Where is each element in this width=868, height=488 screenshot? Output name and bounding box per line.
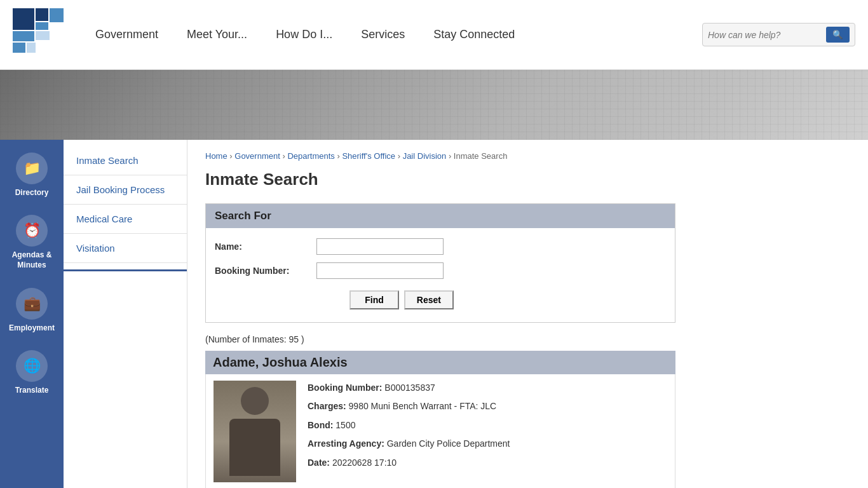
- content-area: Home › Government › Departments › Sherif…: [187, 140, 868, 488]
- reset-button[interactable]: Reset: [404, 290, 454, 309]
- sidebar-item-translate[interactable]: 🌐 Translate: [0, 341, 64, 403]
- search-icon: 🔍: [832, 30, 843, 39]
- booking-label: Booking Number:: [215, 266, 316, 276]
- name-row: Name:: [215, 238, 666, 255]
- svg-rect-0: [13, 8, 34, 30]
- breadcrumb-government[interactable]: Government: [234, 151, 280, 161]
- sidebar-item-agendas[interactable]: ⏰ Agendas & Minutes: [0, 206, 64, 279]
- name-input[interactable]: [316, 238, 444, 255]
- form-buttons: Find Reset: [215, 287, 454, 312]
- sidebar-item-directory[interactable]: 📁 Directory: [0, 144, 64, 206]
- nav-services[interactable]: Services: [361, 28, 405, 41]
- booking-row: Booking Number:: [215, 262, 666, 279]
- search-form-body: Name: Booking Number: Find Reset: [206, 228, 675, 322]
- breadcrumb-sep-4: ›: [398, 151, 403, 161]
- charges-label: Charges:: [308, 401, 346, 411]
- nav-how-do-i[interactable]: How Do I...: [276, 28, 332, 41]
- date-label: Date:: [308, 458, 330, 468]
- breadcrumb-departments[interactable]: Departments: [287, 151, 334, 161]
- nav-sidebar-divider: [64, 269, 187, 271]
- svg-rect-6: [36, 31, 50, 40]
- breadcrumb-current: Inmate Search: [454, 151, 508, 161]
- date-value: 20220628 17:10: [332, 458, 397, 468]
- svg-rect-3: [36, 22, 48, 30]
- find-button[interactable]: Find: [349, 290, 399, 309]
- nav-stay-connected[interactable]: Stay Connected: [433, 28, 515, 41]
- folder-icon: 📁: [24, 160, 41, 177]
- svg-rect-1: [36, 8, 48, 21]
- employment-label: Employment: [9, 323, 55, 332]
- agendas-icon-circle: ⏰: [16, 215, 48, 247]
- search-form-header: Search For: [206, 204, 675, 228]
- header-search-box: 🔍: [702, 23, 855, 46]
- svg-rect-5: [13, 43, 25, 53]
- arresting-agency-value: Garden City Police Department: [387, 438, 510, 449]
- nav-jail-booking[interactable]: Jail Booking Process: [64, 175, 187, 205]
- logo[interactable]: [13, 8, 64, 61]
- breadcrumb-sheriffs-office[interactable]: Sheriff's Office: [342, 151, 395, 161]
- globe-icon: 🌐: [24, 358, 41, 374]
- breadcrumb-home[interactable]: Home: [205, 151, 227, 161]
- svg-rect-2: [50, 8, 64, 22]
- hero-banner: [0, 70, 868, 140]
- inmate-body: Booking Number: B000135837 Charges: 9980…: [205, 374, 675, 488]
- nav-inmate-search[interactable]: Inmate Search: [64, 146, 187, 175]
- main-nav: Government Meet Your... How Do I... Serv…: [95, 28, 689, 41]
- header-search-button[interactable]: 🔍: [826, 27, 850, 43]
- booking-number-value: B000135837: [384, 383, 435, 393]
- charges-value: 9980 Muni Bench Warrant - FTA: JLC: [349, 401, 497, 411]
- svg-rect-7: [27, 43, 36, 53]
- logo-svg: [13, 8, 64, 59]
- directory-label: Directory: [15, 188, 49, 197]
- bond-value: 1500: [336, 420, 355, 430]
- employment-icon-circle: 💼: [16, 288, 48, 320]
- breadcrumb: Home › Government › Departments › Sherif…: [205, 151, 850, 161]
- booking-number-row: Booking Number: B000135837: [308, 381, 667, 395]
- charges-row: Charges: 9980 Muni Bench Warrant - FTA: …: [308, 399, 667, 413]
- inmate-photo: [214, 381, 296, 482]
- header-search-input[interactable]: [708, 30, 822, 40]
- breadcrumb-jail-division[interactable]: Jail Division: [403, 151, 447, 161]
- nav-meet-your[interactable]: Meet Your...: [187, 28, 247, 41]
- bond-row: Bond: 1500: [308, 418, 667, 432]
- inmate-header: Adame, Joshua Alexis: [205, 351, 675, 374]
- translate-label: Translate: [15, 386, 49, 395]
- search-form-container: Search For Name: Booking Number: Find Re…: [205, 203, 675, 323]
- header: Government Meet Your... How Do I... Serv…: [0, 0, 868, 70]
- sidebar-item-employment[interactable]: 💼 Employment: [0, 279, 64, 341]
- inmate-result: Adame, Joshua Alexis Booking Number: B00…: [205, 351, 675, 488]
- booking-input[interactable]: [316, 262, 444, 279]
- booking-number-label: Booking Number:: [308, 383, 382, 393]
- clock-icon: ⏰: [24, 222, 41, 239]
- main-container: 📁 Directory ⏰ Agendas & Minutes 💼 Employ…: [0, 140, 868, 488]
- nav-sidebar: Inmate Search Jail Booking Process Medic…: [64, 140, 187, 488]
- inmate-details: Booking Number: B000135837 Charges: 9980…: [308, 381, 667, 482]
- arresting-agency-row: Arresting Agency: Garden City Police Dep…: [308, 437, 667, 451]
- name-label: Name:: [215, 241, 316, 252]
- page-title: Inmate Search: [205, 170, 850, 189]
- date-row: Date: 20220628 17:10: [308, 456, 667, 470]
- nav-medical-care[interactable]: Medical Care: [64, 205, 187, 234]
- arresting-agency-label: Arresting Agency:: [308, 438, 384, 449]
- briefcase-icon: 💼: [24, 295, 41, 312]
- nav-government[interactable]: Government: [95, 28, 158, 41]
- directory-icon-circle: 📁: [16, 152, 48, 184]
- bond-label: Bond:: [308, 420, 333, 430]
- agendas-label: Agendas & Minutes: [4, 250, 60, 270]
- icon-sidebar: 📁 Directory ⏰ Agendas & Minutes 💼 Employ…: [0, 140, 64, 488]
- svg-rect-4: [13, 31, 34, 41]
- translate-icon-circle: 🌐: [16, 350, 48, 382]
- nav-visitation[interactable]: Visitation: [64, 234, 187, 263]
- inmate-count: (Number of Inmates: 95 ): [205, 334, 850, 344]
- breadcrumb-sep-5: ›: [449, 151, 454, 161]
